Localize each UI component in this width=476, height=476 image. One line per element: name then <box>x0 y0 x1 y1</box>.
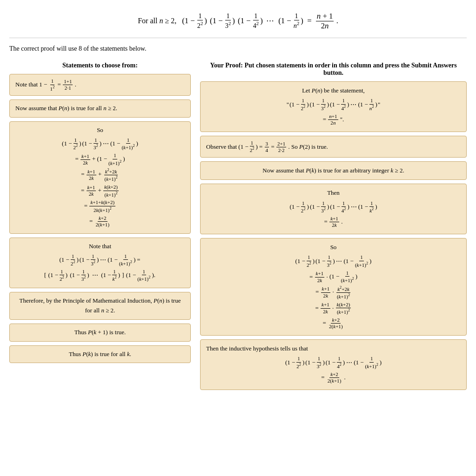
proof-card-3[interactable]: Now assume that P(k) is true for an arbi… <box>200 161 467 180</box>
stmt-card-5[interactable]: Therefore, by the Principle of Mathemati… <box>9 292 191 320</box>
right-column: Your Proof: Put chosen statements in ord… <box>200 62 467 394</box>
left-column: Statements to choose from: Note that 1 −… <box>9 62 191 367</box>
proof-card-2[interactable]: Observe that (1 − 122 ) = 34 = 2+12·2 . … <box>200 136 467 158</box>
proof-card-5[interactable]: So (1 − 122 ) (1 − 132 ) ⋯ (1 − 1(k+1)2 … <box>200 238 467 336</box>
proof-card-6[interactable]: Then the inductive hypothesis tells us t… <box>200 339 467 390</box>
stmt-card-1[interactable]: Note that 1 − 112 = 1+12·1 . <box>9 74 191 96</box>
stmt-card-6[interactable]: Thus P(k + 1) is true. <box>9 324 191 342</box>
proof-card-4[interactable]: Then (1 − 122 ) (1 − 132 ) (1 − 142 ) ⋯ … <box>200 184 467 234</box>
top-formula: For all n ≥ 2, (1 − 122 ) (1 − 132 ) (1 … <box>9 5 467 38</box>
intro-text: The correct proof will use 8 of the stat… <box>9 45 467 53</box>
right-col-header: Your Proof: Put chosen statements in ord… <box>200 62 467 77</box>
proof-card-1[interactable]: Let P(n) be the statement, " (1 − 122 ) … <box>200 81 467 132</box>
stmt-card-4[interactable]: Note that (1 − 122 ) (1 − 132 ) ⋯ (1 − 1… <box>9 238 191 288</box>
stmt-card-2[interactable]: Now assume that P(n) is true for all n ≥… <box>9 99 191 118</box>
stmt-card-3[interactable]: So (1 − 122 ) (1 − 132 ) ⋯ (1 − 1(k+1)2 … <box>9 121 191 234</box>
left-col-header: Statements to choose from: <box>9 62 191 69</box>
stmt-card-7[interactable]: Thus P(k) is true for all k. <box>9 345 191 364</box>
